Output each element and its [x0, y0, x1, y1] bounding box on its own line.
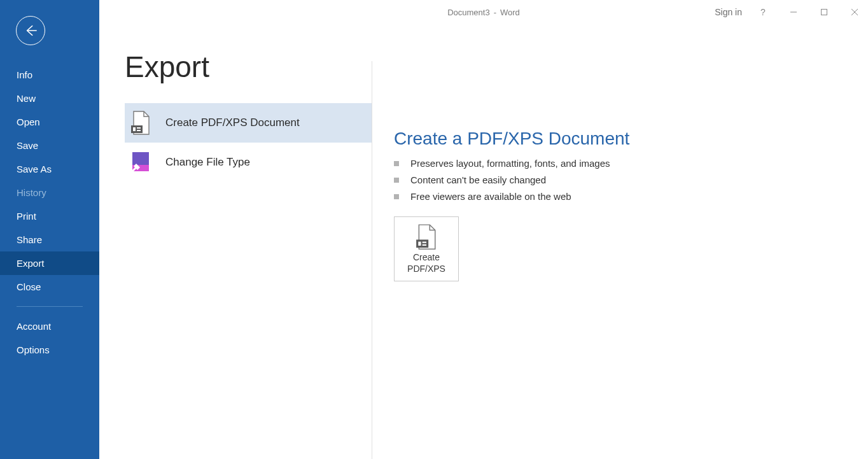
change-file-type-icon: [130, 150, 151, 175]
nav-list: Info New Open Save Save As History Print…: [0, 58, 99, 362]
export-option-label: Create PDF/XPS Document: [165, 117, 300, 129]
nav-save[interactable]: Save: [0, 134, 99, 157]
bullet-text: Free viewers are available on the web: [410, 188, 571, 205]
export-option-label: Change File Type: [165, 156, 250, 169]
svg-rect-7: [137, 130, 141, 131]
minimize-icon: [790, 8, 797, 16]
svg-rect-12: [423, 242, 426, 243]
pdf-document-icon: [130, 110, 151, 136]
bullet-icon: [394, 178, 399, 183]
bullet-icon: [394, 194, 399, 199]
bullet-text: Content can't be easily changed: [410, 172, 546, 188]
svg-rect-10: [416, 239, 428, 248]
detail-heading: Create a PDF/XPS Document: [394, 129, 868, 149]
pdf-document-icon: [415, 223, 438, 248]
bullet-icon: [394, 161, 399, 166]
bullet-text: Preserves layout, formatting, fonts, and…: [410, 155, 610, 172]
nav-save-as[interactable]: Save As: [0, 157, 99, 181]
nav-share[interactable]: Share: [0, 228, 99, 251]
svg-rect-1: [822, 10, 827, 15]
sign-in-link[interactable]: Sign in: [715, 7, 742, 17]
page-title: Export: [125, 50, 372, 84]
export-option-change-file-type[interactable]: Change File Type: [125, 143, 372, 182]
svg-rect-13: [423, 244, 426, 246]
svg-rect-11: [418, 242, 421, 246]
maximize-icon: [820, 8, 828, 16]
nav-export[interactable]: Export: [0, 251, 99, 275]
export-option-create-pdf-xps[interactable]: Create PDF/XPS Document: [125, 103, 372, 143]
nav-close[interactable]: Close: [0, 275, 99, 299]
title-center: Document3 - Word: [447, 8, 520, 17]
svg-rect-4: [131, 125, 143, 133]
detail-bullet: Free viewers are available on the web: [394, 188, 868, 205]
svg-rect-5: [133, 127, 136, 131]
document-name: Document3: [447, 8, 489, 17]
nav-separator: [17, 306, 83, 307]
export-detail-column: Create a PDF/XPS Document Preserves layo…: [372, 24, 868, 459]
close-window-button[interactable]: [845, 0, 864, 24]
title-bar: Document3 - Word Sign in ?: [99, 0, 868, 24]
help-button[interactable]: ?: [753, 0, 773, 24]
nav-info[interactable]: Info: [0, 63, 99, 87]
export-options-column: Export Create PDF/XPS Document Change Fi…: [99, 24, 372, 459]
close-icon: [851, 8, 858, 16]
detail-bullets: Preserves layout, formatting, fonts, and…: [394, 155, 868, 205]
title-separator: -: [494, 8, 496, 17]
create-pdf-xps-button[interactable]: CreatePDF/XPS: [394, 216, 459, 281]
svg-rect-6: [137, 127, 141, 129]
nav-history: History: [0, 181, 99, 204]
backstage-sidebar: Info New Open Save Save As History Print…: [0, 0, 99, 459]
arrow-left-icon: [24, 24, 38, 38]
back-button[interactable]: [16, 16, 45, 45]
nav-new[interactable]: New: [0, 87, 99, 110]
nav-open[interactable]: Open: [0, 110, 99, 134]
nav-print[interactable]: Print: [0, 204, 99, 228]
app-name: Word: [500, 8, 520, 17]
maximize-button[interactable]: [815, 0, 834, 24]
nav-account[interactable]: Account: [0, 314, 99, 338]
button-label: CreatePDF/XPS: [407, 251, 445, 274]
nav-options[interactable]: Options: [0, 338, 99, 362]
detail-bullet: Preserves layout, formatting, fonts, and…: [394, 155, 868, 172]
detail-bullet: Content can't be easily changed: [394, 172, 868, 188]
minimize-button[interactable]: [784, 0, 803, 24]
